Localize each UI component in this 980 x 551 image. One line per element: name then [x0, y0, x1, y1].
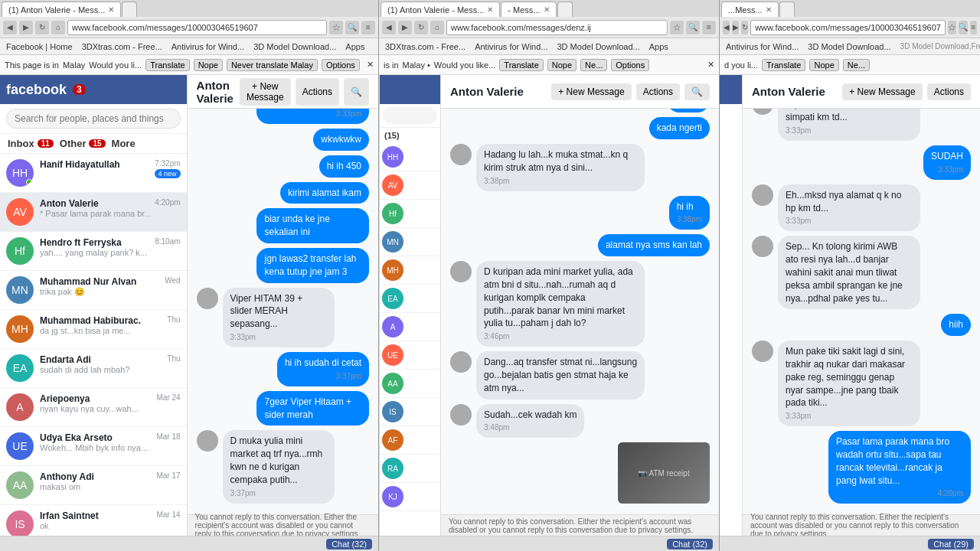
contact-item[interactable]: UE Udya Eka Arseto Wokeh... Mbih byk inf… [0, 427, 187, 466]
address-bar-3[interactable]: www.facebook.com/messages/10000304651960… [750, 20, 946, 35]
partial-contact-item[interactable]: UE [380, 341, 440, 370]
tab-2-new[interactable] [557, 2, 573, 17]
forward-btn-3[interactable]: ▶ [732, 21, 739, 34]
chat-btn-1[interactable]: Chat (32) [326, 539, 372, 549]
contact-item[interactable]: MH Muhammad Habiburac. da jg st...kn bis… [0, 310, 187, 349]
contact-info: Udya Eka Arseto Wokeh... Mbih byk info n… [40, 432, 156, 452]
conv-header-2: Anton Valerie + New Message Actions 🔍 [441, 75, 719, 109]
partial-contact-item[interactable]: HH [380, 143, 440, 171]
forward-btn-2[interactable]: ▶ [398, 21, 412, 34]
chat-btn-3[interactable]: Chat (29) [928, 539, 974, 549]
partial-contact-item[interactable]: EA [380, 285, 440, 313]
chat-btn-2[interactable]: Chat (32) [667, 539, 713, 549]
translate-btn-3[interactable]: Translate [762, 59, 805, 71]
tab-1-close[interactable]: ✕ [108, 5, 114, 14]
nope-btn-1[interactable]: Nope [194, 59, 223, 71]
new-message-btn-3[interactable]: + New Message [842, 83, 922, 100]
partial-contact-item[interactable]: RA [380, 455, 440, 483]
translate-btn-2[interactable]: Translate [499, 59, 543, 71]
bookmark-2-apps[interactable]: Apps [646, 41, 671, 52]
back-btn-1[interactable]: ◀ [3, 21, 17, 34]
refresh-btn-1[interactable]: ↻ [35, 21, 49, 34]
tab-2-active[interactable]: - Mess... ✕ [501, 2, 556, 17]
forward-btn-1[interactable]: ▶ [19, 21, 33, 34]
bookmark-1-0[interactable]: Facebook | Home [3, 41, 76, 52]
contact-item[interactable]: AV Anton Valerie * Pasar lama parak mana… [0, 193, 187, 232]
translate-btn-1[interactable]: Translate [145, 59, 189, 71]
msg-time: 3:37pm [285, 371, 361, 382]
address-bar-2[interactable]: www.facebook.com/messages/denz.ij [446, 20, 668, 35]
actions-btn-3[interactable]: Actions [927, 83, 971, 100]
bookmark-1-3[interactable]: 3D Model Download... [250, 41, 339, 52]
partial-contact-item[interactable]: AV [380, 171, 440, 200]
contact-item[interactable]: Hf Hendro ft Ferryska yah.... yang malay… [0, 232, 187, 271]
star-btn-2[interactable]: ☆ [670, 21, 684, 34]
close-translate-1[interactable]: ✕ [367, 60, 374, 70]
message-bubble: 📷 ATM receipt [618, 442, 710, 504]
fb-search-input-1[interactable] [6, 109, 181, 129]
search-conv-btn-2[interactable]: 🔍 [684, 83, 710, 100]
tab-1-new[interactable] [122, 2, 137, 17]
menu-btn-1[interactable]: ≡ [361, 21, 375, 34]
new-message-btn-2[interactable]: + New Message [551, 83, 631, 100]
partial-contact-item[interactable]: A [380, 313, 440, 341]
address-bar-1[interactable]: www.facebook.com/messages/10000304651960… [67, 20, 327, 35]
refresh-btn-3[interactable]: ↻ [741, 21, 748, 34]
back-btn-2[interactable]: ◀ [382, 21, 396, 34]
contact-meta: Wed [165, 276, 180, 285]
never-btn-3[interactable]: Ne... [843, 59, 870, 71]
close-translate-2[interactable]: ✕ [707, 60, 714, 70]
bookmark-2-2[interactable]: 3D Model Download... [554, 41, 643, 52]
tab-3-new[interactable] [779, 2, 795, 17]
bookmark-1-apps[interactable]: Apps [342, 41, 368, 52]
bookmark-1-1[interactable]: 3DXtras.com - Free... [79, 41, 165, 52]
star-btn-1[interactable]: ☆ [329, 21, 343, 34]
tab-2-close-0[interactable]: ✕ [487, 5, 493, 14]
new-message-btn-1[interactable]: + New Message [240, 78, 291, 106]
never-btn-2[interactable]: Ne... [580, 59, 607, 71]
options-btn-2[interactable]: Options [611, 59, 649, 71]
partial-contact-item[interactable]: MN [380, 228, 440, 256]
tab-3-active[interactable]: ...Mess... ✕ [721, 2, 779, 17]
actions-btn-2[interactable]: Actions [636, 83, 680, 100]
partial-contact-item[interactable]: Hf [380, 200, 440, 228]
bookmark-2-1[interactable]: Antivirus for Wind... [472, 41, 550, 52]
refresh-btn-2[interactable]: ↻ [414, 21, 428, 34]
partial-contact-item[interactable]: AF [380, 426, 440, 455]
partial-contact-item[interactable]: MH [380, 256, 440, 285]
options-btn-1[interactable]: Options [322, 59, 360, 71]
contact-meta: 4:20pm [155, 198, 180, 207]
contact-item[interactable]: HH Hanif Hidayatullah 7:32pm 4 new [0, 154, 187, 193]
search-btn-2[interactable]: 🔍 [686, 21, 700, 34]
back-btn-3[interactable]: ◀ [723, 21, 730, 34]
actions-btn-1[interactable]: Actions [296, 78, 339, 106]
tab-3-close[interactable]: ✕ [766, 5, 772, 14]
home-btn-2[interactable]: ⌂ [430, 21, 444, 34]
home-btn-1[interactable]: ⌂ [51, 21, 65, 34]
search-btn-3[interactable]: 🔍 [959, 21, 968, 34]
nope-btn-2[interactable]: Nope [547, 59, 577, 71]
tab-2-close[interactable]: ✕ [544, 5, 550, 14]
partial-contact-item[interactable]: KJ [380, 483, 440, 511]
tab-2-0[interactable]: (1) Anton Valerie - Mess... ✕ [381, 2, 500, 17]
nope-btn-3[interactable]: Nope [809, 59, 838, 71]
search-conv-btn-1[interactable]: 🔍 [344, 78, 369, 106]
bookmark-1-2[interactable]: Antivirus for Wind... [168, 41, 247, 52]
bookmark-3-1[interactable]: 3D Model Download... [805, 41, 893, 52]
bookmark-2-0[interactable]: 3DXtras.com - Free... [382, 41, 469, 52]
search-btn-1[interactable]: 🔍 [345, 21, 359, 34]
partial-contact-item[interactable]: IS [380, 398, 440, 426]
tab-2-label-0: (1) Anton Valerie - Mess... [387, 5, 484, 15]
never-btn-1[interactable]: Never translate Malay [227, 59, 318, 71]
partial-contact-item[interactable]: AA [380, 370, 440, 398]
contact-item[interactable]: AA Anthony Adi makasi om Mar 17 [0, 466, 187, 505]
menu-btn-3[interactable]: ≡ [970, 21, 977, 34]
contact-item[interactable]: EA Endarta Adi sudah di add lah mbah? Th… [0, 349, 187, 388]
contact-item[interactable]: A Ariepoenya nyan kayu nya cuy...wah... … [0, 388, 187, 427]
bookmark-3-0[interactable]: Antivirus for Wind... [723, 41, 802, 52]
menu-btn-2[interactable]: ≡ [702, 21, 716, 34]
tab-1-active[interactable]: (1) Anton Valerie - Mess... ✕ [2, 2, 121, 17]
star-btn-3[interactable]: ☆ [948, 21, 956, 34]
contact-item[interactable]: IS Irfan Saintnet ok Mar 14 [0, 505, 187, 536]
contact-item[interactable]: MN Muhammad Nur Alvan trika pak 😊 Wed [0, 271, 187, 310]
